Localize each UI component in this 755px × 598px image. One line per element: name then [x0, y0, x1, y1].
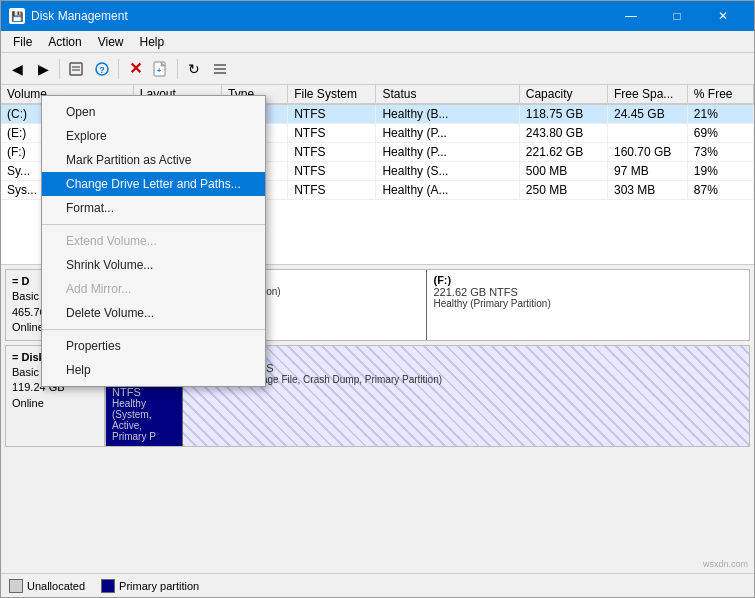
- col-freespace[interactable]: Free Spa...: [608, 85, 688, 104]
- partition-d1p2[interactable]: (C:)118.75 GB NTFSHealthy (Boot, Page Fi…: [183, 346, 749, 446]
- partition-d0p3[interactable]: (F:)221.62 GB NTFSHealthy (Primary Parti…: [427, 270, 749, 340]
- more-button[interactable]: [208, 57, 232, 81]
- menu-action[interactable]: Action: [40, 32, 89, 52]
- cell-freepct: 21%: [687, 104, 753, 124]
- cell-filesystem: NTFS: [288, 143, 376, 162]
- toolbar: ◀ ▶ ? ✕ + ↻: [1, 53, 754, 85]
- properties-button[interactable]: [64, 57, 88, 81]
- main-area: Volume Layout Type File System Status Ca…: [1, 85, 754, 597]
- ctx-item-extend: Extend Volume...: [42, 229, 265, 253]
- col-status[interactable]: Status: [376, 85, 519, 104]
- legend-bar: Unallocated Primary partition: [1, 573, 754, 597]
- maximize-button[interactable]: □: [654, 1, 700, 31]
- ctx-item-explore[interactable]: Explore: [42, 124, 265, 148]
- cell-freepct: 69%: [687, 124, 753, 143]
- forward-button[interactable]: ▶: [31, 57, 55, 81]
- cell-capacity: 221.62 GB: [519, 143, 607, 162]
- context-menu[interactable]: OpenExploreMark Partition as ActiveChang…: [41, 95, 266, 387]
- new-button[interactable]: +: [149, 57, 173, 81]
- delete-button[interactable]: ✕: [123, 57, 147, 81]
- cell-freespace: 160.70 GB: [608, 143, 688, 162]
- cell-filesystem: NTFS: [288, 124, 376, 143]
- window-title: Disk Management: [31, 9, 608, 23]
- cell-capacity: 250 MB: [519, 181, 607, 200]
- legend-primary-box: [101, 579, 115, 593]
- disk-management-window: 💾 Disk Management — □ ✕ File Action View…: [0, 0, 755, 598]
- cell-freespace: 303 MB: [608, 181, 688, 200]
- ctx-item-help[interactable]: Help: [42, 358, 265, 382]
- legend-unallocated: Unallocated: [9, 579, 85, 593]
- ctx-item-format[interactable]: Format...: [42, 196, 265, 220]
- cell-freespace: 97 MB: [608, 162, 688, 181]
- help-button[interactable]: ?: [90, 57, 114, 81]
- svg-text:+: +: [157, 66, 162, 75]
- app-icon: 💾: [9, 8, 25, 24]
- legend-primary-label: Primary partition: [119, 580, 199, 592]
- ctx-item-mark_active[interactable]: Mark Partition as Active: [42, 148, 265, 172]
- ctx-item-add_mirror: Add Mirror...: [42, 277, 265, 301]
- ctx-item-open[interactable]: Open: [42, 100, 265, 124]
- cell-filesystem: NTFS: [288, 181, 376, 200]
- col-capacity[interactable]: Capacity: [519, 85, 607, 104]
- legend-unallocated-box: [9, 579, 23, 593]
- cell-freespace: [608, 124, 688, 143]
- cell-status: Healthy (B...: [376, 104, 519, 124]
- cell-capacity: 243.80 GB: [519, 124, 607, 143]
- cell-filesystem: NTFS: [288, 104, 376, 124]
- ctx-item-change_drive[interactable]: Change Drive Letter and Paths...: [42, 172, 265, 196]
- menu-help[interactable]: Help: [132, 32, 173, 52]
- menu-bar: File Action View Help: [1, 31, 754, 53]
- cell-freespace: 24.45 GB: [608, 104, 688, 124]
- svg-rect-0: [70, 63, 82, 75]
- ctx-item-shrink[interactable]: Shrink Volume...: [42, 253, 265, 277]
- menu-file[interactable]: File: [5, 32, 40, 52]
- cell-status: Healthy (A...: [376, 181, 519, 200]
- back-button[interactable]: ◀: [5, 57, 29, 81]
- col-freepct[interactable]: % Free: [687, 85, 753, 104]
- legend-unallocated-label: Unallocated: [27, 580, 85, 592]
- close-button[interactable]: ✕: [700, 1, 746, 31]
- cell-freepct: 87%: [687, 181, 753, 200]
- cell-freepct: 19%: [687, 162, 753, 181]
- toolbar-separator-3: [177, 59, 178, 79]
- menu-view[interactable]: View: [90, 32, 132, 52]
- svg-text:?: ?: [99, 65, 105, 75]
- refresh-button[interactable]: ↻: [182, 57, 206, 81]
- toolbar-separator-1: [59, 59, 60, 79]
- title-bar: 💾 Disk Management — □ ✕: [1, 1, 754, 31]
- ctx-separator-9: [42, 329, 265, 330]
- window-controls: — □ ✕: [608, 1, 746, 31]
- cell-status: Healthy (P...: [376, 143, 519, 162]
- ctx-item-delete[interactable]: Delete Volume...: [42, 301, 265, 325]
- cell-capacity: 118.75 GB: [519, 104, 607, 124]
- col-filesystem[interactable]: File System: [288, 85, 376, 104]
- cell-freepct: 73%: [687, 143, 753, 162]
- cell-status: Healthy (P...: [376, 124, 519, 143]
- minimize-button[interactable]: —: [608, 1, 654, 31]
- legend-primary: Primary partition: [101, 579, 199, 593]
- toolbar-separator-2: [118, 59, 119, 79]
- ctx-item-properties[interactable]: Properties: [42, 334, 265, 358]
- cell-capacity: 500 MB: [519, 162, 607, 181]
- cell-filesystem: NTFS: [288, 162, 376, 181]
- cell-status: Healthy (S...: [376, 162, 519, 181]
- ctx-separator-5: [42, 224, 265, 225]
